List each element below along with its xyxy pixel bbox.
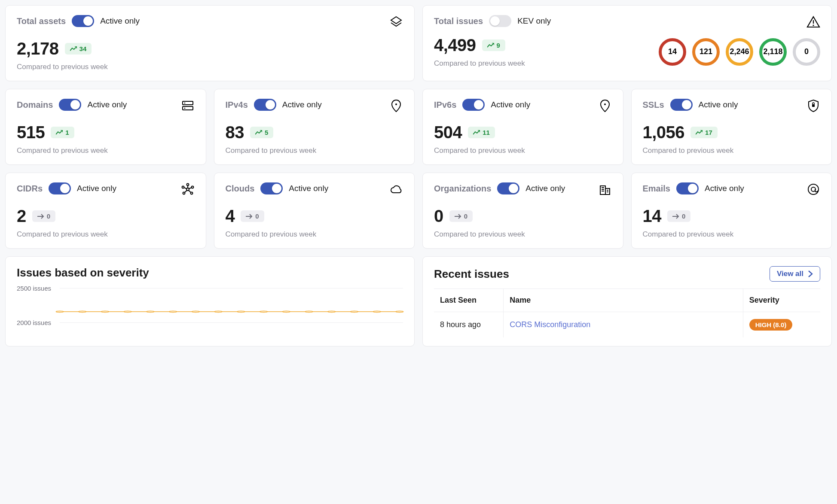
stat-active-toggle[interactable] — [254, 99, 276, 111]
severity-ring-low[interactable]: 2,118 — [759, 38, 787, 66]
stat-title: Clouds — [226, 184, 255, 194]
stat-trend: 0 — [449, 210, 473, 222]
stat-toggle-label: Active only — [289, 184, 328, 193]
layers-icon — [389, 15, 403, 29]
stat-active-toggle[interactable] — [59, 99, 81, 111]
stat-value: 1,056 — [643, 123, 685, 142]
trend-up-icon — [696, 130, 703, 135]
severity-rings: 14 121 2,246 2,118 0 — [659, 38, 820, 66]
stat-value: 83 — [226, 123, 244, 142]
view-all-label: View all — [777, 270, 803, 278]
svg-point-30 — [79, 311, 86, 312]
stat-title: IPv6s — [434, 100, 456, 110]
total-assets-trend-value: 34 — [79, 45, 87, 52]
severity-ring-medium[interactable]: 2,246 — [726, 38, 753, 66]
stat-value: 4 — [226, 206, 235, 226]
stat-value: 504 — [434, 123, 462, 142]
arrow-right-icon — [672, 214, 679, 219]
stat-toggle-label: Active only — [282, 100, 322, 109]
server-icon — [181, 99, 195, 112]
stat-trend-value: 0 — [682, 213, 685, 220]
stat-compared: Compared to previous week — [643, 146, 821, 155]
svg-point-39 — [283, 311, 290, 312]
trend-up-icon — [473, 130, 480, 135]
pin-icon — [598, 99, 612, 112]
stat-active-toggle[interactable] — [260, 182, 283, 194]
total-assets-card: Total assets Active only 2,178 34 Compar… — [5, 5, 415, 81]
severity-chart-title: Issues based on severity — [17, 266, 403, 279]
issue-link[interactable]: CORS Misconfiguration — [510, 320, 590, 329]
stat-title: Emails — [643, 184, 670, 194]
severity-ring-info[interactable]: 0 — [793, 38, 820, 66]
total-issues-trend-value: 9 — [497, 42, 500, 49]
severity-ring-critical[interactable]: 14 — [659, 38, 686, 66]
cloud-icon — [389, 182, 403, 196]
stat-trend-value: 0 — [464, 213, 467, 220]
svg-point-33 — [147, 311, 154, 312]
stat-title: CIDRs — [17, 184, 43, 194]
col-name: Name — [504, 289, 743, 312]
stat-card-organizations: Organizations Active only 0 0 Compared t… — [422, 173, 623, 249]
stat-trend: 11 — [468, 127, 495, 138]
stat-trend: 17 — [690, 127, 718, 138]
stat-active-toggle[interactable] — [676, 182, 699, 194]
svg-point-40 — [305, 311, 312, 312]
stat-card-ipv4s: IPv4s Active only 83 5 Compared to previ… — [214, 89, 415, 165]
table-row[interactable]: 8 hours ago CORS Misconfiguration HIGH (… — [434, 312, 820, 338]
severity-ring-high[interactable]: 121 — [692, 38, 720, 66]
cell-last-seen: 8 hours ago — [434, 312, 504, 338]
total-issues-card: Total issues KEV only 4,499 9 Compared t… — [422, 5, 832, 81]
total-assets-active-toggle[interactable] — [72, 15, 94, 27]
stat-compared: Compared to previous week — [434, 146, 612, 155]
stat-toggle-label: Active only — [491, 100, 530, 109]
arrow-right-icon — [246, 214, 253, 219]
svg-point-34 — [169, 311, 177, 312]
alert-icon — [806, 15, 820, 29]
stat-active-toggle[interactable] — [497, 182, 519, 194]
stat-compared: Compared to previous week — [17, 146, 195, 155]
stat-trend: 0 — [32, 210, 55, 222]
stat-title: Organizations — [434, 184, 491, 194]
pin-icon — [389, 99, 403, 112]
total-assets-toggle-label: Active only — [100, 16, 140, 26]
svg-point-44 — [396, 311, 403, 312]
stat-value: 515 — [17, 123, 45, 142]
trend-up-icon — [70, 46, 77, 52]
ytick-1: 2000 issues — [17, 319, 51, 326]
trend-up-icon — [255, 130, 262, 135]
total-assets-title: Total assets — [17, 16, 66, 26]
stat-card-ipv6s: IPv6s Active only 504 11 Compared to pre… — [422, 89, 623, 165]
stat-value: 0 — [434, 206, 443, 226]
trend-up-icon — [56, 130, 63, 135]
stat-active-toggle[interactable] — [49, 182, 71, 194]
stat-title: IPv4s — [226, 100, 248, 110]
svg-point-32 — [124, 311, 131, 312]
stat-trend: 0 — [667, 210, 690, 222]
total-issues-kev-toggle[interactable] — [489, 15, 511, 27]
stat-trend-value: 0 — [47, 213, 50, 220]
severity-chart: 2500 issues 2000 issues — [17, 288, 403, 335]
stat-trend-value: 17 — [705, 129, 712, 136]
org-icon — [598, 182, 612, 196]
stat-title: Domains — [17, 100, 53, 110]
total-assets-value: 2,178 — [17, 39, 59, 58]
stat-compared: Compared to previous week — [643, 230, 821, 239]
stat-active-toggle[interactable] — [670, 99, 693, 111]
stat-value: 2 — [17, 206, 26, 226]
total-issues-title: Total issues — [434, 16, 483, 26]
stat-compared: Compared to previous week — [17, 230, 195, 239]
stat-value: 14 — [643, 206, 662, 226]
stat-active-toggle[interactable] — [462, 99, 485, 111]
total-issues-compared: Compared to previous week — [434, 59, 525, 68]
svg-point-35 — [192, 311, 199, 312]
view-all-button[interactable]: View all — [770, 266, 820, 282]
svg-point-31 — [101, 311, 109, 312]
stat-compared: Compared to previous week — [226, 230, 403, 239]
stat-card-clouds: Clouds Active only 4 0 Compared to previ… — [214, 173, 415, 249]
arrow-right-icon — [455, 214, 461, 219]
trend-up-icon — [487, 43, 494, 48]
col-severity: Severity — [743, 289, 820, 312]
svg-point-29 — [56, 311, 63, 312]
shield-icon — [806, 99, 820, 112]
stat-compared: Compared to previous week — [434, 230, 612, 239]
